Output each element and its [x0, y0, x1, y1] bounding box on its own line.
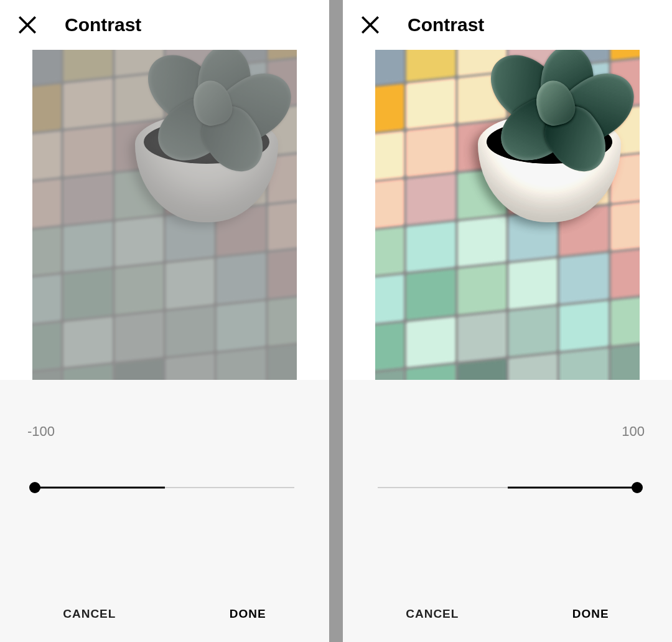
slider-value-row: 100 — [343, 380, 672, 440]
page-title: Contrast — [65, 14, 141, 35]
close-button[interactable] — [357, 11, 384, 39]
photo-preview — [32, 50, 297, 380]
slider-value-label: 100 — [622, 423, 645, 440]
close-icon — [17, 14, 38, 35]
slider-track-active — [508, 487, 638, 489]
footer-buttons: CANCEL DONE — [343, 586, 672, 642]
cancel-button[interactable]: CANCEL — [50, 600, 128, 628]
slider-row — [343, 440, 672, 495]
photo-subject-plant — [472, 54, 627, 222]
close-button[interactable] — [14, 11, 41, 39]
slider-thumb[interactable] — [29, 482, 40, 493]
slider-row — [0, 440, 329, 495]
slider-value-row: -100 — [0, 380, 329, 440]
contrast-slider[interactable] — [35, 480, 294, 495]
image-preview-area — [343, 50, 672, 380]
image-preview-area — [0, 50, 329, 380]
comparison-wrapper: Contrast — [0, 0, 672, 642]
controls-area: -100 CANCEL DONE — [0, 380, 329, 642]
controls-area: 100 CANCEL DONE — [343, 380, 672, 642]
footer-buttons: CANCEL DONE — [0, 586, 329, 642]
editor-pane-left: Contrast — [0, 0, 329, 642]
header: Contrast — [343, 0, 672, 50]
photo-subject-plant — [129, 54, 284, 222]
header: Contrast — [0, 0, 329, 50]
slider-track-inactive — [165, 487, 295, 488]
cancel-button[interactable]: CANCEL — [393, 600, 471, 628]
close-icon — [360, 14, 381, 35]
slider-value-label: -100 — [27, 423, 55, 440]
done-button[interactable]: DONE — [217, 600, 279, 628]
editor-pane-right: Contrast — [343, 0, 672, 642]
slider-track-inactive — [378, 487, 508, 488]
done-button[interactable]: DONE — [560, 600, 622, 628]
divider — [329, 0, 343, 642]
slider-thumb[interactable] — [632, 482, 643, 493]
page-title: Contrast — [408, 14, 484, 35]
contrast-slider[interactable] — [378, 480, 637, 495]
slider-track-active — [35, 487, 165, 489]
photo-preview — [375, 50, 640, 380]
